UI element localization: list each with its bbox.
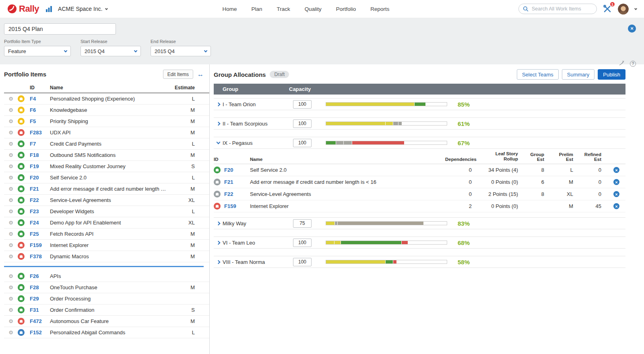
user-menu-chevron[interactable]	[634, 7, 637, 10]
gear-icon[interactable]: ⚙	[4, 307, 18, 313]
gear-icon[interactable]: ⚙	[4, 96, 18, 102]
pin-icon[interactable]	[619, 60, 624, 67]
item-id-link[interactable]: F25	[30, 231, 50, 237]
nav-item-home[interactable]: Home	[222, 6, 237, 12]
gear-icon[interactable]: ⚙	[4, 175, 18, 181]
remove-item-icon[interactable]: ×	[613, 167, 619, 173]
gear-icon[interactable]: ⚙	[4, 130, 18, 136]
item-refined-est: 0	[583, 179, 611, 185]
gear-icon[interactable]: ⚙	[4, 231, 18, 237]
group-toggle-chevron[interactable]	[214, 261, 223, 263]
item-id-link[interactable]: F31	[30, 307, 50, 313]
item-id-link[interactable]: F378	[30, 253, 50, 259]
nav-item-portfolio[interactable]: Portfolio	[336, 6, 356, 12]
nav-item-plan[interactable]: Plan	[251, 6, 262, 12]
summary-button[interactable]: Summary	[562, 69, 595, 80]
search-box[interactable]	[518, 4, 597, 14]
item-id-link[interactable]: F159	[30, 242, 50, 248]
bar-segment	[398, 122, 402, 125]
rally-logo[interactable]: Rally	[7, 4, 39, 14]
item-id-link[interactable]: F20	[224, 167, 250, 173]
group-toggle-chevron[interactable]	[214, 241, 223, 244]
field-select-portfolio-item-type[interactable]: Feature	[4, 46, 71, 56]
portfolio-item-type-icon	[18, 185, 25, 192]
item-id-link[interactable]: F19	[30, 163, 50, 169]
gear-icon[interactable]: ⚙	[4, 118, 18, 124]
portfolio-item-type-icon	[18, 174, 25, 181]
gear-icon[interactable]: ⚙	[4, 296, 18, 302]
item-id-link[interactable]: F28	[30, 284, 50, 290]
item-id-link[interactable]: F159	[224, 203, 250, 209]
item-id-link[interactable]: F6	[30, 107, 50, 113]
gear-icon[interactable]: ⚙	[4, 273, 18, 279]
workspace-picker-icon[interactable]	[45, 6, 52, 12]
item-id-link[interactable]: F7	[30, 141, 50, 147]
search-input[interactable]	[531, 6, 591, 12]
gear-icon[interactable]: ⚙	[4, 220, 18, 226]
remove-item-icon[interactable]: ×	[613, 203, 619, 209]
capacity-input[interactable]	[293, 100, 312, 109]
item-id-link[interactable]: F472	[30, 318, 50, 324]
gear-icon[interactable]: ⚙	[4, 107, 18, 113]
group-toggle-chevron[interactable]	[214, 222, 223, 225]
item-id-link[interactable]: F29	[30, 296, 50, 302]
item-id-link[interactable]: F21	[224, 179, 250, 185]
item-id-link[interactable]: F21	[30, 186, 50, 192]
item-id-link[interactable]: F5	[30, 118, 50, 124]
org-switcher[interactable]: ACME Space Inc.	[58, 6, 107, 12]
item-id-link[interactable]: F18	[30, 152, 50, 158]
avatar[interactable]	[618, 4, 629, 14]
group-toggle-chevron[interactable]	[214, 122, 223, 125]
item-id-link[interactable]: F4	[30, 96, 50, 102]
plan-name-input[interactable]	[4, 23, 116, 35]
capacity-input[interactable]	[293, 219, 312, 228]
gear-icon[interactable]: ⚙	[4, 186, 18, 192]
remove-item-icon[interactable]: ×	[613, 191, 619, 197]
gear-icon[interactable]: ⚙	[4, 318, 18, 324]
edit-items-button[interactable]: Edit Items	[163, 70, 193, 79]
capacity-input[interactable]	[293, 139, 312, 147]
remove-item-icon[interactable]: ×	[613, 179, 619, 185]
item-id-link[interactable]: F22	[224, 191, 250, 197]
gear-icon[interactable]: ⚙	[4, 329, 18, 335]
gear-icon[interactable]: ⚙	[4, 208, 18, 214]
item-estimate: XL	[167, 220, 195, 226]
group-toggle-chevron[interactable]	[214, 103, 223, 106]
gear-icon[interactable]: ⚙	[4, 253, 18, 259]
gear-icon[interactable]: ⚙	[4, 141, 18, 147]
item-id-link[interactable]: F26	[30, 273, 50, 279]
publish-button[interactable]: Publish	[598, 69, 625, 80]
tools-icon[interactable]: 1	[603, 4, 612, 13]
item-id-link[interactable]: F152	[30, 329, 50, 335]
capacity-input[interactable]	[293, 119, 312, 128]
gear-icon[interactable]: ⚙	[4, 163, 18, 169]
gear-icon[interactable]: ⚙	[4, 242, 18, 248]
bar-segment	[335, 222, 337, 225]
nav-item-quality[interactable]: Quality	[305, 6, 322, 12]
item-id-link[interactable]: F24	[30, 220, 50, 226]
gear-icon[interactable]: ⚙	[4, 284, 18, 290]
help-icon[interactable]: ?	[630, 61, 636, 67]
field-select-end-release[interactable]: 2015 Q4	[151, 46, 211, 56]
select-teams-button[interactable]: Select Teams	[517, 69, 559, 80]
gear-icon[interactable]: ⚙	[4, 152, 18, 158]
group-capacity	[279, 119, 326, 128]
resize-panel-icon[interactable]: ↔	[197, 71, 204, 78]
col-id: ID	[214, 157, 250, 162]
top-nav: Rally ACME Space Inc. HomePlanTrackQuali…	[0, 0, 644, 18]
item-id-link[interactable]: F283	[30, 130, 50, 136]
item-id-link[interactable]: F22	[30, 197, 50, 203]
field-select-start-release[interactable]: 2015 Q4	[80, 46, 141, 56]
item-group-est: 8	[528, 167, 554, 173]
capacity-input[interactable]	[293, 258, 312, 266]
group-toggle-chevron[interactable]	[214, 142, 223, 144]
close-plan-button[interactable]: ×	[628, 25, 636, 33]
nav-item-reports[interactable]: Reports	[370, 6, 389, 12]
portfolio-items-header: ID Name Estimate	[4, 83, 209, 93]
nav-item-track[interactable]: Track	[277, 6, 290, 12]
notification-badge[interactable]: 1	[609, 1, 615, 7]
item-id-link[interactable]: F20	[30, 175, 50, 181]
gear-icon[interactable]: ⚙	[4, 197, 18, 203]
capacity-input[interactable]	[293, 239, 312, 247]
item-id-link[interactable]: F23	[30, 208, 50, 214]
